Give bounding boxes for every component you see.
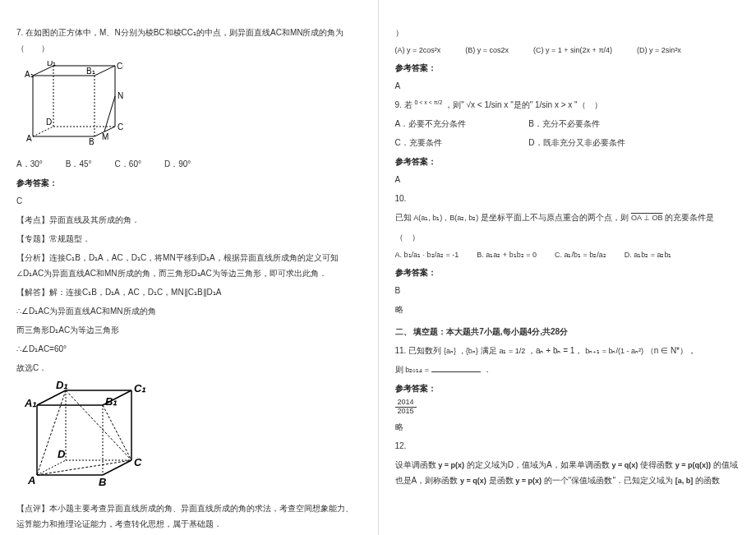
q11-e: 则 — [395, 365, 403, 374]
q9-opt-a: A．必要不充分条件 — [395, 116, 527, 131]
q10-a: A. b₁/a₁ · b₂/a₂ = -1 — [395, 248, 459, 262]
fill-blank — [431, 371, 481, 372]
svg-text:C₁: C₁ — [117, 62, 123, 71]
q10-answer: B — [395, 283, 740, 298]
q11-target: 则 b₂₀₁₄ = ． — [395, 362, 740, 377]
q11-slight: 略 — [395, 419, 740, 435]
q12-pqx: y = p(q(x)) — [675, 461, 711, 469]
answer-label: 参考答案： — [395, 60, 740, 76]
q12-qx: y = q(x) — [612, 461, 638, 469]
svg-text:A₁: A₁ — [25, 70, 34, 79]
q11-seqa: {aₙ} — [444, 347, 456, 355]
q9-b: ，则" — [445, 100, 464, 109]
q12-f: 的一个"保值域函数"．已知定义域为 — [544, 476, 673, 485]
right-column: ） (A) y = 2cos²x (B) y = cos2x (C) y = 1… — [379, 0, 757, 535]
q7-kaodian: 【考点】异面直线及其所成的角． — [16, 212, 362, 228]
answer-label: 参考答案： — [395, 265, 740, 280]
svg-text:C₁: C₁ — [134, 382, 146, 394]
svg-text:D: D — [46, 118, 52, 127]
answer-label: 参考答案： — [395, 154, 740, 169]
q8-a: (A) y = 2cos²x — [395, 44, 441, 58]
q7-figure-2: A₁ B₁ C₁ D₁ A B C D — [16, 380, 362, 496]
q8-answer: A — [395, 78, 740, 94]
q11-bn: bₙ₊₁ = bₙ/(1 - aₙ²) — [585, 347, 643, 355]
q11-c: ，aₙ + bₙ = 1， — [528, 346, 583, 355]
q11-answer: 20142015 — [395, 399, 740, 416]
left-column: 7. 在如图的正方体中，M、N分别为棱BC和棱CC₁的中点，则异面直线AC和MN… — [0, 0, 378, 535]
q9-c: "是的" — [510, 100, 532, 109]
q12-b: 的定义域为D，值域为A，如果单调函数 — [467, 460, 610, 469]
q10-slight: 略 — [395, 302, 740, 317]
svg-text:M: M — [102, 132, 108, 141]
q9-mid: √x < 1/sin x — [467, 100, 509, 109]
q7-line3: ∴∠D₁AC=60° — [16, 341, 362, 357]
q7-jieda: 【解答】解：连接C₁B，D₁A，AC，D₁C，MN∥C₁B∥D₁A — [16, 284, 362, 300]
q12-px: y = p(x) — [438, 461, 464, 469]
q7-text: 7. 在如图的正方体中，M、N分别为棱BC和棱CC₁的中点，则异面直线AC和MN… — [16, 25, 362, 56]
svg-text:D₁: D₁ — [47, 61, 56, 67]
q11-a: 11. 已知数列 — [395, 346, 442, 355]
q9-opt-b: B．充分不必要条件 — [528, 119, 600, 128]
q12-c: 使得函数 — [640, 460, 673, 469]
svg-text:B: B — [89, 137, 94, 146]
q11-seqb: ，{bₙ} — [459, 347, 478, 355]
q10-vec: OA ⊥ OB — [631, 214, 663, 222]
q7-line1: ∴∠D₁AC为异面直线AC和MN所成的角 — [16, 303, 362, 319]
svg-line-36 — [66, 390, 131, 460]
q9-opt-d: D．既非充分又非必要条件 — [528, 138, 625, 147]
q7-dianping: 【点评】本小题主要考查异面直线所成的角、异面直线所成的角的求法，考查空间想象能力… — [16, 500, 362, 532]
q9-opts-row2: C．充要条件 D．既非充分又非必要条件 — [395, 135, 740, 150]
q8-paren: ） — [395, 25, 740, 40]
q12-e: 是函数 — [489, 476, 514, 485]
svg-text:C: C — [134, 456, 142, 468]
q7-options: A．30° B．45° C．60° D．90° — [16, 156, 362, 172]
q10-text: 已知 A(a₁, b₁)，B(a₂, b₂) 是坐标平面上不与原点重合的两个点，… — [395, 210, 740, 225]
svg-text:D: D — [58, 448, 66, 460]
q9-opts-row1: A．必要不充分条件 B．充分不必要条件 — [395, 116, 740, 131]
q8-options: (A) y = 2cos²x (B) y = cos2x (C) y = 1 +… — [395, 44, 740, 58]
svg-line-1 — [94, 66, 115, 76]
q8-d: (D) y = 2sin²x — [637, 44, 681, 58]
q11-text: 11. 已知数列 {aₙ} ，{bₙ} 满足 a₁ = 1/2 ，aₙ + bₙ… — [395, 343, 740, 358]
q10-pts: A(a₁, b₁)，B(a₂, b₂) — [413, 214, 478, 222]
svg-text:C: C — [118, 122, 123, 131]
q9-answer: A — [395, 172, 740, 187]
svg-text:N: N — [118, 91, 123, 100]
svg-text:A: A — [27, 474, 35, 487]
q7-opt-b: B．45° — [66, 156, 92, 172]
q9-text: 9. 若 0 < x < π/2 ，则" √x < 1/sin x "是的" 1… — [395, 97, 740, 113]
q7-line2: 而三角形D₁AC为等边三角形 — [16, 322, 362, 338]
svg-text:D₁: D₁ — [56, 380, 68, 391]
q11-t: b₂₀₁₄ = — [405, 366, 429, 374]
q12-px2: y = p(x) — [515, 477, 542, 485]
svg-text:A: A — [26, 134, 32, 143]
q7-zhuanti: 【专题】常规题型． — [16, 231, 362, 247]
q11-blank: ． — [483, 365, 491, 374]
q11-d: （n ∈ N*）， — [646, 346, 696, 355]
q12-ab: [a, b] — [675, 477, 694, 485]
q10-d: D. a₁b₂ = a₂b₁ — [625, 248, 672, 262]
svg-text:B: B — [99, 476, 106, 488]
svg-text:B₁: B₁ — [105, 395, 118, 408]
answer-label: 参考答案： — [16, 175, 362, 191]
q10-b: B. a₁a₂ + b₁b₂ = 0 — [477, 248, 537, 262]
q9-right: 1/sin x > x — [535, 100, 572, 109]
q9-d: "（ ） — [574, 100, 602, 109]
q10-paren: （ ） — [395, 229, 740, 245]
q10-c: 的充要条件是 — [665, 213, 714, 222]
q11-a1: a₁ = 1/2 — [499, 347, 525, 355]
q10-b: 是坐标平面上不与原点重合的两个点，则 — [481, 213, 629, 222]
q7-line4: 故选C． — [16, 360, 362, 376]
svg-line-38 — [103, 405, 131, 460]
svg-line-10 — [33, 127, 53, 136]
section-2: 二、 填空题：本大题共7小题,每小题4分,共28分 — [395, 324, 740, 339]
q7-figure: A₁ B₁ C₁ D₁ A B C D N M — [16, 61, 362, 151]
q9-cond: 0 < x < π/2 — [414, 99, 442, 105]
q12-text: 设单调函数 y = p(x) 的定义域为D，值域为A，如果单调函数 y = q(… — [395, 457, 740, 488]
q7-opt-d: D．90° — [164, 156, 191, 172]
q12-a: 设单调函数 — [395, 460, 436, 469]
svg-text:A₁: A₁ — [24, 397, 37, 409]
q7-opt-c: C．60° — [115, 156, 141, 172]
svg-line-32 — [103, 460, 131, 475]
q8-c: (C) y = 1 + sin(2x + π/4) — [533, 44, 612, 58]
